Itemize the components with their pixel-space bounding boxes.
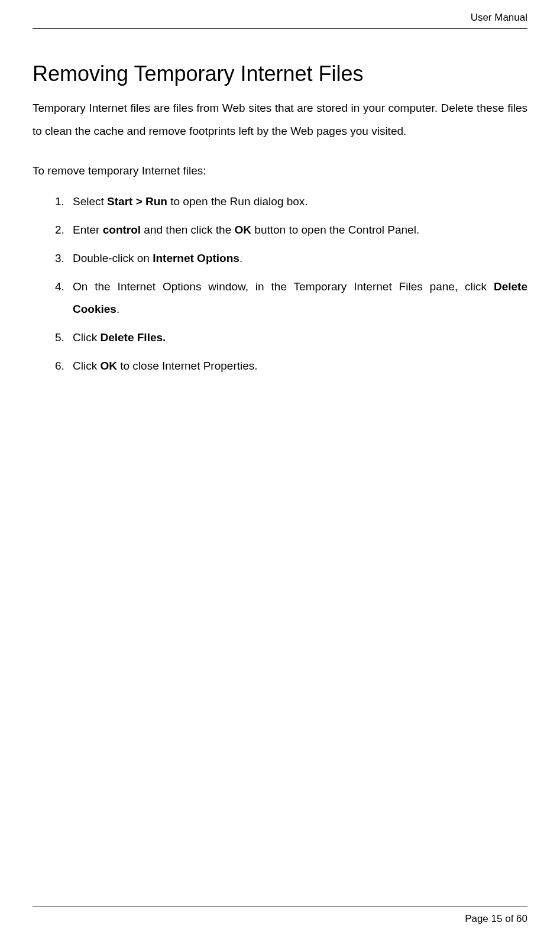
step-text: button to open the Control Panel. bbox=[251, 224, 419, 236]
list-item: 3. Double-click on Internet Options. bbox=[55, 247, 527, 270]
doc-title: User Manual bbox=[471, 12, 527, 23]
step-bold: Start > Run bbox=[107, 195, 167, 208]
step-bold: OK bbox=[100, 360, 117, 372]
step-number: 5. bbox=[55, 326, 64, 349]
step-bold: control bbox=[103, 224, 141, 236]
step-number: 1. bbox=[55, 190, 64, 213]
step-text: to close Internet Properties. bbox=[117, 360, 258, 372]
step-number: 3. bbox=[55, 247, 64, 270]
subheading: To remove temporary Internet files: bbox=[33, 160, 527, 182]
page-number-label: Page 15 of 60 bbox=[465, 913, 527, 924]
step-text: . bbox=[239, 252, 242, 264]
list-item: 1. Select Start > Run to open the Run di… bbox=[55, 190, 527, 213]
intro-paragraph: Temporary Internet files are files from … bbox=[33, 97, 527, 143]
list-item: 4. On the Internet Options window, in th… bbox=[55, 276, 527, 321]
step-text: On the Internet Options window, in the T… bbox=[73, 280, 494, 293]
list-item: 6. Click OK to close Internet Properties… bbox=[55, 355, 527, 377]
step-text: Enter bbox=[73, 224, 103, 236]
list-item: 2. Enter control and then click the OK b… bbox=[55, 219, 527, 241]
step-text: to open the Run dialog box. bbox=[167, 195, 308, 208]
step-text: and then click the bbox=[141, 224, 234, 236]
step-bold: OK bbox=[235, 224, 252, 236]
page-title: Removing Temporary Internet Files bbox=[33, 62, 527, 86]
step-text: Double-click on bbox=[73, 252, 153, 264]
step-number: 6. bbox=[55, 355, 64, 377]
step-bold: Internet Options bbox=[153, 252, 239, 264]
step-text: Click bbox=[73, 331, 100, 344]
list-item: 5. Click Delete Files. bbox=[55, 326, 527, 349]
step-number: 4. bbox=[55, 276, 64, 298]
steps-list: 1. Select Start > Run to open the Run di… bbox=[55, 190, 527, 377]
step-text: Click bbox=[73, 360, 100, 372]
step-number: 2. bbox=[55, 219, 64, 241]
step-text: . bbox=[116, 303, 119, 315]
step-text: Select bbox=[73, 195, 107, 208]
step-bold: Delete Files. bbox=[100, 331, 166, 344]
page-header: User Manual bbox=[33, 12, 527, 29]
page-footer: Page 15 of 60 bbox=[33, 907, 527, 925]
